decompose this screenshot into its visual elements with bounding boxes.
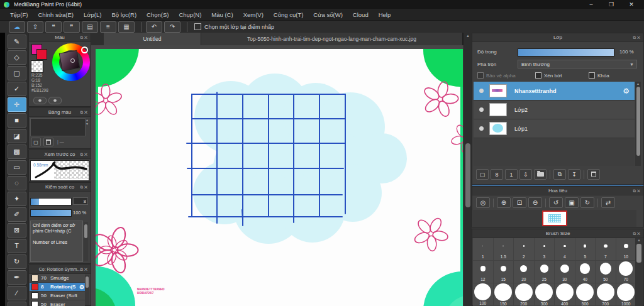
layer-checkbox-2[interactable]: Khóa (589, 72, 609, 79)
menu-tools[interactable]: Công cụ(T) (269, 11, 309, 18)
select-layer-at-click-checkbox[interactable]: Chọn một lớp tại điểm nhấp (194, 23, 274, 30)
select-tool[interactable]: ▭ (8, 160, 26, 175)
brush-size-option[interactable]: 30 (555, 261, 575, 283)
menu-edit[interactable]: Chỉnh sửa(E) (33, 11, 79, 18)
brush-size-option[interactable]: 25 (535, 261, 555, 283)
menu-capture[interactable]: Chụp(N) (174, 11, 206, 18)
layer-settings-icon[interactable]: ⚙ (623, 87, 630, 96)
menu-color[interactable]: Màu (C) (206, 11, 238, 18)
brush-size-option[interactable]: 50 (596, 261, 616, 283)
brush-size-option[interactable]: 400 (555, 283, 575, 306)
list-button[interactable]: ≡ (100, 21, 116, 33)
palette-add-button[interactable]: ▢ (31, 138, 41, 146)
brush-size-option[interactable]: 1000 (616, 283, 637, 306)
brush-size-option[interactable]: 1.5 (494, 238, 514, 261)
minimize-button[interactable]: – (581, 0, 601, 9)
layer-row[interactable]: Lớp1 (474, 119, 635, 138)
palette-scroll-arrows[interactable]: ▲▼ (84, 118, 90, 126)
eraser-tool[interactable]: ◇ (8, 50, 26, 65)
figure-tool[interactable]: ▢ (8, 66, 26, 80)
layer-row[interactable]: Nhanxetttranhd⚙ (474, 82, 635, 101)
close-button[interactable]: ✕ (621, 0, 641, 9)
brush-size-option[interactable]: 7 (596, 238, 616, 261)
canvas-viewport[interactable]: NHANXETTTRANHD HOIDAP24/7 (91, 45, 464, 306)
zoom-fit-button[interactable]: ⊡ (513, 197, 526, 208)
brush-size-option[interactable]: 200 (514, 283, 535, 306)
hand-tool[interactable]: ☛ (8, 302, 26, 306)
maximize-button[interactable]: ❐ (601, 0, 621, 9)
brush-size-option[interactable]: 100 (473, 283, 494, 306)
rotate-reset-button[interactable]: ▣ (565, 197, 579, 208)
zoom-in-button[interactable]: ⊕ (497, 197, 511, 208)
merge-layer-button[interactable]: ↧ (568, 169, 580, 180)
brush-size-slider[interactable] (30, 198, 72, 205)
canvas-rotate-tool[interactable]: ↻ (8, 254, 26, 269)
scrollbar-thumb[interactable] (465, 143, 470, 207)
layer-checkbox-1[interactable]: Xén bớt (535, 72, 562, 79)
zoom-out-button[interactable]: ⊖ (528, 197, 542, 208)
text-tool[interactable]: T (8, 239, 26, 253)
close-icon[interactable]: ✕ (637, 231, 641, 236)
select-pen-tool[interactable]: ✐ (8, 207, 26, 222)
add-layer-button[interactable]: ▢ (476, 169, 489, 180)
secondary-color-swatch[interactable] (36, 49, 47, 60)
brush-size-value[interactable]: 8 (73, 197, 88, 205)
rotate-ccw-button[interactable]: ↺ (549, 197, 563, 208)
rotate-cw-button[interactable]: ↻ (580, 197, 594, 208)
brush-options-box[interactable]: Chỉ định điểm cơ sở phím Ctrl+nhấp (C Nu… (30, 221, 83, 262)
brush-size-option[interactable]: 3 (535, 238, 555, 261)
menu-view[interactable]: Xem(V) (238, 11, 269, 18)
gradient-tool[interactable]: ▩ (8, 145, 26, 159)
brush-opacity-slider[interactable] (30, 209, 72, 217)
saturation-value-box[interactable] (59, 50, 80, 72)
redo-button[interactable]: ↷ (164, 21, 180, 33)
layer-list-scrollbar[interactable]: ▲ (635, 82, 641, 166)
layer-visibility-icon[interactable] (479, 107, 484, 112)
add-1bit-layer-button[interactable]: 1 (505, 169, 518, 180)
palette-list[interactable] (30, 118, 86, 136)
brush-size-option[interactable]: 500 (575, 283, 596, 306)
menu-cloud[interactable]: Cloud (348, 11, 374, 18)
brush-size-option[interactable]: 4 (555, 238, 575, 261)
layer-visibility-icon[interactable] (479, 126, 484, 131)
tab-untitled[interactable]: Untitled (104, 33, 201, 45)
brush-size-option[interactable]: 40 (575, 261, 596, 283)
pen-tool[interactable]: ∕ (8, 286, 26, 300)
grid-button[interactable]: ▦ (118, 21, 135, 33)
polyline-tool[interactable]: ✓ (8, 82, 26, 96)
brush-size-option[interactable]: 300 (535, 283, 555, 306)
document-button[interactable]: ▤ (82, 21, 98, 33)
transparent-color-swatch[interactable] (31, 60, 43, 73)
brush-list-scrollbar[interactable] (85, 275, 89, 305)
brush-list-item[interactable]: 50Eraser (Soft (30, 292, 85, 300)
brush-size-option[interactable]: 12 (473, 261, 494, 283)
options-scrollbar[interactable] (84, 222, 88, 261)
eyedropper-tool[interactable]: ✒ (8, 270, 26, 285)
brush-size-option[interactable]: 150 (494, 283, 514, 306)
tab-image[interactable]: Top-5050-hinh-anh-trai-tim-dep-ngot-ngao… (201, 33, 463, 45)
bucket-tool[interactable]: ◪ (8, 129, 26, 143)
brush-tool[interactable]: ✎ (8, 35, 26, 49)
brush-list-item[interactable]: 50Eraser (30, 300, 85, 306)
comment-button[interactable]: ❝ (45, 21, 62, 33)
close-icon[interactable]: ✕ (84, 152, 89, 156)
layer-visibility-icon[interactable] (479, 89, 484, 93)
brush-size-option[interactable]: 1 (473, 238, 494, 261)
menu-window[interactable]: Cửa sổ(W) (308, 11, 347, 18)
menu-select[interactable]: Chọn(S) (142, 11, 174, 18)
close-icon[interactable]: ✕ (84, 110, 89, 114)
brush-size-option[interactable]: 10 (616, 238, 637, 261)
undo-button[interactable]: ↶ (146, 21, 162, 33)
hue-marker-icon[interactable] (81, 46, 88, 53)
navigator-thumbnail[interactable] (542, 210, 567, 226)
duplicate-layer-button[interactable]: ⧉ (553, 169, 566, 180)
fill-figure-tool[interactable]: ■ (8, 113, 26, 128)
select-eraser-tool[interactable]: ⊠ (8, 223, 26, 238)
brush-size-option[interactable]: 700 (596, 283, 616, 306)
palette-delete-button[interactable] (43, 138, 53, 146)
brush-list-item[interactable]: 8Rotation(S⚙ (30, 283, 85, 292)
close-icon[interactable]: ✕ (84, 35, 89, 40)
brush-size-option[interactable]: 70 (616, 261, 637, 283)
close-icon[interactable]: ✕ (637, 35, 641, 40)
blend-mode-dropdown[interactable]: Bình thường ▼ (518, 60, 637, 68)
